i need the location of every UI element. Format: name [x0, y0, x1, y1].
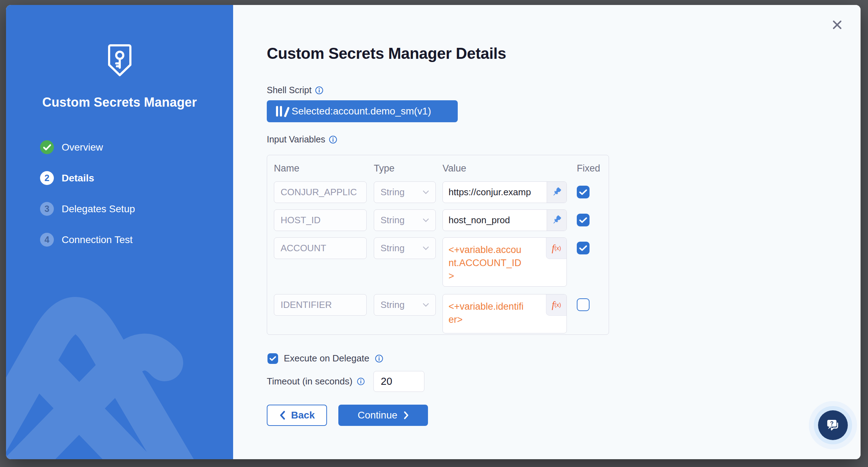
timeout-row: Timeout (in seconds) 20	[267, 371, 424, 392]
chat-question-icon: ?	[825, 417, 841, 433]
back-button[interactable]: Back	[267, 405, 327, 426]
execute-on-delegate-checkbox[interactable]	[267, 353, 278, 364]
selected-script-label: Selected:account.demo_sm(v1)	[292, 106, 431, 117]
timeout-input[interactable]: 20	[373, 371, 424, 392]
execute-on-delegate-row: Execute on Delegate	[267, 353, 383, 364]
table-row: HOST_ID String host_non_prod	[274, 209, 609, 231]
variable-type-select[interactable]: String	[374, 181, 436, 203]
chevron-down-icon	[423, 303, 429, 307]
step-delegates-setup[interactable]: 3 Delegates Setup	[40, 202, 135, 216]
step-label: Connection Test	[62, 234, 133, 246]
column-header-value: Value	[443, 163, 567, 174]
chevron-right-icon	[403, 411, 409, 420]
info-icon[interactable]	[375, 354, 383, 363]
step-complete-check-icon	[40, 140, 54, 154]
screen-backdrop: Custom Secrets Manager Overview 2 Detail…	[0, 0, 868, 467]
wizard-title: Custom Secrets Manager	[6, 95, 233, 110]
custom-secrets-manager-modal: Custom Secrets Manager Overview 2 Detail…	[6, 5, 861, 459]
details-panel: Custom Secrets Manager Details Shell Scr…	[233, 5, 861, 459]
type-select-value: String	[381, 243, 405, 254]
variable-name-input[interactable]: CONJUR_APPLIC	[274, 181, 367, 203]
library-icon	[276, 106, 286, 117]
step-number: 3	[40, 202, 54, 216]
chevron-left-icon	[279, 411, 286, 420]
wizard-steps: Overview 2 Details 3 Delegates Setup 4 C…	[40, 140, 135, 264]
type-select-value: String	[381, 187, 405, 198]
variable-type-select[interactable]: String	[374, 294, 436, 316]
chevron-down-icon	[423, 218, 429, 223]
pin-icon[interactable]	[547, 210, 567, 231]
column-header-name: Name	[274, 163, 367, 174]
secrets-manager-logo	[6, 44, 233, 78]
column-header-fixed: Fixed	[577, 163, 590, 174]
continue-button[interactable]: Continue	[338, 405, 428, 426]
step-details[interactable]: 2 Details	[40, 171, 135, 185]
variable-value-expression[interactable]: <+variable.account.ACCOUNT_ID> f(x)	[443, 237, 567, 287]
shell-script-selected-button[interactable]: Selected:account.demo_sm(v1)	[267, 100, 458, 122]
step-label: Overview	[62, 142, 103, 153]
chevron-down-icon	[423, 190, 429, 195]
fixed-checkbox[interactable]	[577, 298, 590, 311]
table-row: CONJUR_APPLIC String https://conjur.exam…	[274, 181, 609, 203]
close-icon[interactable]	[830, 18, 844, 32]
fx-expression-icon[interactable]: f(x)	[546, 294, 567, 316]
step-number: 4	[40, 233, 54, 247]
table-header-row: Name Type Value Fixed	[274, 163, 609, 174]
column-header-type: Type	[374, 163, 436, 174]
wizard-actions: Back Continue	[267, 405, 428, 426]
fixed-checkbox[interactable]	[577, 242, 590, 254]
table-row: IDENTIFIER String <+variable.identifier>…	[274, 294, 609, 333]
variable-value-input[interactable]: host_non_prod	[443, 210, 547, 231]
step-label: Details	[62, 173, 94, 184]
page-title: Custom Secrets Manager Details	[267, 45, 506, 62]
fixed-checkbox[interactable]	[577, 186, 590, 198]
variable-value-expression[interactable]: <+variable.identifier> f(x)	[443, 294, 567, 333]
expression-value: <+variable.account.ACCOUNT_ID>	[449, 243, 524, 283]
shell-script-label: Shell Script	[267, 85, 311, 95]
continue-button-label: Continue	[357, 410, 397, 421]
chevron-down-icon	[423, 246, 429, 251]
execute-on-delegate-label: Execute on Delegate	[284, 353, 369, 364]
type-select-value: String	[381, 299, 405, 310]
variable-value-group: https://conjur.examp	[443, 181, 567, 203]
variable-value-input[interactable]: https://conjur.examp	[443, 182, 547, 203]
input-variables-label: Input Variables	[267, 134, 325, 145]
brand-watermark	[6, 275, 233, 459]
step-number: 2	[40, 171, 54, 185]
timeout-label: Timeout (in seconds)	[267, 376, 353, 387]
info-icon[interactable]	[357, 377, 365, 386]
variable-type-select[interactable]: String	[374, 237, 436, 259]
variable-name-input[interactable]: IDENTIFIER	[274, 294, 367, 316]
variable-name-input[interactable]: ACCOUNT	[274, 237, 367, 259]
info-icon[interactable]	[315, 86, 323, 95]
variable-type-select[interactable]: String	[374, 209, 436, 231]
info-icon[interactable]	[329, 135, 337, 144]
step-connection-test[interactable]: 4 Connection Test	[40, 233, 135, 247]
type-select-value: String	[381, 215, 405, 226]
wizard-sidebar: Custom Secrets Manager Overview 2 Detail…	[6, 5, 233, 459]
pin-icon[interactable]	[547, 182, 567, 203]
back-button-label: Back	[291, 410, 315, 421]
variable-value-group: host_non_prod	[443, 209, 567, 231]
table-row: ACCOUNT String <+variable.account.ACCOUN…	[274, 237, 609, 287]
fixed-checkbox[interactable]	[577, 214, 590, 226]
help-chat-button[interactable]: ?	[818, 410, 848, 440]
fx-expression-icon[interactable]: f(x)	[546, 238, 567, 259]
variable-name-input[interactable]: HOST_ID	[274, 209, 367, 231]
step-overview[interactable]: Overview	[40, 140, 135, 154]
step-label: Delegates Setup	[62, 203, 135, 215]
expression-value: <+variable.identifier>	[449, 300, 524, 326]
input-variables-table: Name Type Value Fixed CONJUR_APPLIC Stri…	[267, 155, 609, 335]
svg-text:?: ?	[830, 421, 834, 427]
